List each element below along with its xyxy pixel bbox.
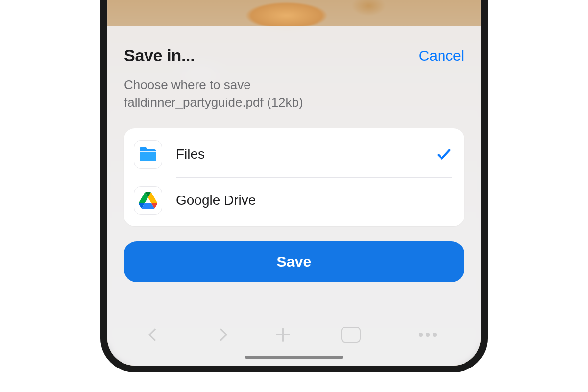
sheet-title: Save in...: [124, 46, 195, 65]
subtitle-prefix: Choose where to save: [124, 77, 251, 92]
sheet-subtitle: Choose where to save falldinner_partygui…: [124, 76, 379, 112]
save-button[interactable]: Save: [124, 241, 464, 282]
save-sheet: Save in... Cancel Choose where to save f…: [107, 26, 481, 366]
option-google-drive[interactable]: Google Drive: [124, 177, 464, 223]
option-files[interactable]: Files: [124, 131, 464, 177]
phone-frame: Save in... Cancel Choose where to save f…: [100, 0, 488, 372]
cancel-button[interactable]: Cancel: [419, 48, 464, 64]
files-icon: [138, 146, 158, 163]
option-label: Google Drive: [176, 193, 452, 208]
checkmark-icon: [436, 146, 452, 163]
file-size: (12kb): [267, 95, 303, 110]
option-label: Files: [176, 147, 436, 162]
save-destination-list: Files Google Drive: [124, 128, 464, 226]
home-indicator[interactable]: [245, 356, 343, 359]
google-drive-icon: [139, 192, 157, 209]
files-app-icon: [134, 140, 162, 169]
divider: [176, 177, 452, 178]
file-name: falldinner_partyguide.pdf: [124, 95, 264, 110]
google-drive-app-icon: [134, 186, 162, 215]
sheet-header: Save in... Cancel: [124, 46, 464, 65]
